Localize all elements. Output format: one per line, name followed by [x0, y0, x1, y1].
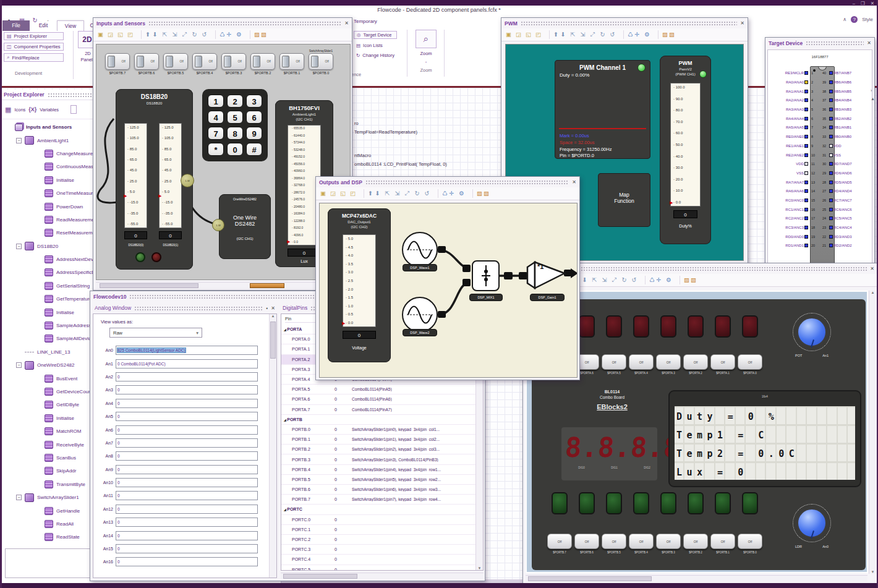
toolbar-icon[interactable]: ▧ [482, 189, 490, 198]
map-function-component[interactable]: Map Function [598, 173, 650, 227]
toolbar-icon[interactable]: ♺ [438, 189, 446, 198]
keypad-key[interactable]: 6 [246, 111, 262, 124]
digital-pin-row[interactable]: PORTB.7 0 SwitchArraySlider1(pin7), keyp… [281, 495, 483, 505]
tree-expander-icon[interactable] [36, 151, 41, 156]
slider-switch[interactable]: Off $PORTB.7 [105, 49, 130, 75]
analog-value-field[interactable]: 0 [116, 399, 258, 408]
green-button[interactable] [135, 252, 145, 262]
scroll-down-icon[interactable]: ▼ [476, 566, 483, 570]
tree-expander-icon[interactable] [36, 402, 41, 407]
port-button[interactable]: Off $PORTB.2 [683, 534, 708, 554]
help-icon[interactable]: ? [851, 16, 858, 23]
port-button[interactable]: Off $PORTA.5 [602, 354, 626, 375]
tree-expander-icon[interactable] [36, 468, 41, 474]
analog-value-field[interactable]: 0 [116, 491, 258, 500]
toolbar-icon[interactable]: ⇲ [600, 276, 608, 284]
digital-pin-row[interactable]: PORTA.7 0 ComboBL0114(PinA7) [281, 405, 483, 415]
tree-expander-icon[interactable] [36, 455, 41, 461]
switch-body[interactable]: Off [279, 53, 304, 70]
digital-pin-row[interactable]: PORTB.3 0 SwitchArraySlider1(pin3), Comb… [281, 454, 483, 464]
toolbar-icon[interactable]: ⇱ [590, 276, 599, 284]
toolbar-icon[interactable]: ◲ [514, 30, 522, 39]
view-mode-dropdown[interactable]: Raw ▾ [109, 328, 202, 338]
off-button[interactable]: Off [602, 354, 626, 370]
tree-expander-icon[interactable] [36, 336, 41, 341]
toolbar-icon[interactable]: ▣ [319, 189, 327, 198]
digital-pin-row[interactable]: PORTB.1 0 SwitchArraySlider1(pin1), keyp… [281, 435, 483, 445]
toolbar-icon[interactable]: ⇲ [171, 30, 179, 39]
tree-expander-icon[interactable] [36, 257, 41, 262]
toolbar-icon[interactable]: ⇲ [393, 189, 401, 198]
toolbar-icon[interactable]: ⬇ [581, 276, 589, 284]
off-button[interactable]: Off [683, 354, 708, 370]
port-button[interactable]: Off $PORTB.7 [547, 534, 572, 554]
tree-expander-icon[interactable] [36, 283, 41, 289]
vscroll-up-icon[interactable]: ▲ [871, 96, 875, 101]
switch-knob[interactable] [108, 56, 115, 67]
tree-expander-icon[interactable] [36, 270, 41, 275]
analog-value-field[interactable]: 0 [116, 451, 258, 461]
digital-pin-row[interactable]: PORTC.1 0 [281, 525, 483, 535]
analog-value-field[interactable]: 0 [116, 465, 258, 474]
off-button[interactable]: Off [629, 354, 654, 370]
digital-pin-row[interactable]: PORTC.2 0 [281, 535, 483, 545]
ribbon-tab[interactable]: View [57, 20, 84, 31]
slider-switch[interactable]: Off $PORTB.4 [192, 49, 217, 75]
scroll-up-icon[interactable]: ▲ [869, 291, 876, 294]
dsp-mixer-component[interactable] [472, 260, 500, 291]
variables-icon[interactable]: {X} [28, 106, 36, 113]
toolbar-icon[interactable]: ▨ [250, 30, 258, 39]
off-button[interactable]: Off [738, 354, 762, 370]
keypad-key[interactable]: 1 [208, 95, 224, 108]
switch-body[interactable]: Off [192, 53, 217, 70]
dsp-wave2-component[interactable] [402, 297, 438, 333]
tree-expander-icon[interactable] [36, 534, 41, 540]
toolbar-icon[interactable]: ◰ [126, 30, 134, 39]
scrollbar-thumb[interactable] [283, 574, 357, 579]
analog-value-field[interactable]: 0 [116, 478, 258, 487]
scrollbar-thumb[interactable] [270, 322, 276, 359]
ribbon-checkbox-item[interactable]: ◎ Target Device [354, 31, 397, 39]
keypad-key[interactable]: 4 [208, 111, 224, 124]
toolbar-icon[interactable]: ◰ [349, 189, 357, 198]
panel-2d-canvas[interactable]: MCP47x6DAC DAC_Output1 (I2C CH2) 5.04.54… [319, 203, 578, 378]
port-button[interactable]: Off $PORTB.6 [574, 534, 599, 554]
one-wire-connector[interactable]: 1-W [181, 174, 194, 187]
close-icon[interactable]: ✕ [344, 20, 349, 26]
vertical-scrollbar[interactable]: ▲ ▼ [869, 291, 876, 574]
close-icon[interactable]: ✕ [867, 40, 871, 46]
zoom-icon[interactable]: ⌕ [416, 30, 437, 48]
os-titlebar[interactable] [0, 0, 878, 6]
analog-value-field[interactable]: 825 ComboBL0114(LightSensor ADC) [116, 346, 258, 355]
port-button[interactable]: Off $PORTA.2 [683, 354, 708, 375]
icons-view-icon[interactable]: ▦ [5, 106, 11, 114]
minimize-icon[interactable]: – [853, 1, 855, 6]
analog-value-field[interactable]: 0 [116, 438, 258, 448]
toolbar-icon[interactable]: ▣ [96, 30, 104, 39]
port-button[interactable]: Off $PORTA.3 [656, 354, 681, 375]
ribbon-button[interactable]: ▤ Project Explorer [4, 32, 64, 40]
tree-expander-icon[interactable] [36, 389, 41, 394]
one-wire-connector[interactable]: 1-W [212, 219, 224, 231]
digital-pin-row[interactable]: PORTA.6 0 ComboBL0114(PinA6) [281, 394, 483, 404]
toolbar-icon[interactable]: ▨ [472, 189, 480, 198]
keypad-key[interactable]: 0 [227, 143, 243, 156]
analog-value-field[interactable]: 0 [116, 544, 258, 553]
slider-switch[interactable]: Off $PORTB.3 [221, 49, 246, 75]
digital-pin-row[interactable]: PORTB [281, 415, 483, 425]
keypad-key[interactable]: 3 [246, 95, 262, 108]
toolbar-icon[interactable]: ◱ [524, 30, 532, 39]
switch-knob[interactable] [253, 56, 260, 67]
tree-expander-icon[interactable] [6, 124, 12, 130]
off-button[interactable]: Off [683, 534, 708, 549]
port-button[interactable]: Off $PORTA.1 [710, 354, 735, 375]
off-button[interactable]: Off [738, 534, 762, 549]
analog-value-field[interactable]: 0 [116, 412, 258, 421]
voltage-gauge[interactable]: 5.04.54.03.53.02.52.01.51.00.50.0 ▶ [343, 234, 376, 327]
port-button[interactable]: Off $PORTA.0 [738, 354, 762, 375]
digital-pin-row[interactable]: PORTB.2 0 SwitchArraySlider1(pin2), keyp… [281, 445, 483, 454]
switch-body[interactable]: Off [221, 53, 246, 70]
analog-value-field[interactable]: 0 [116, 505, 258, 514]
toolbar-icon[interactable]: ⚙ [643, 30, 651, 39]
pwm-channel-component[interactable]: PWM Channel 1 Duty = 0.00% Mark = 0.00us… [555, 60, 650, 159]
